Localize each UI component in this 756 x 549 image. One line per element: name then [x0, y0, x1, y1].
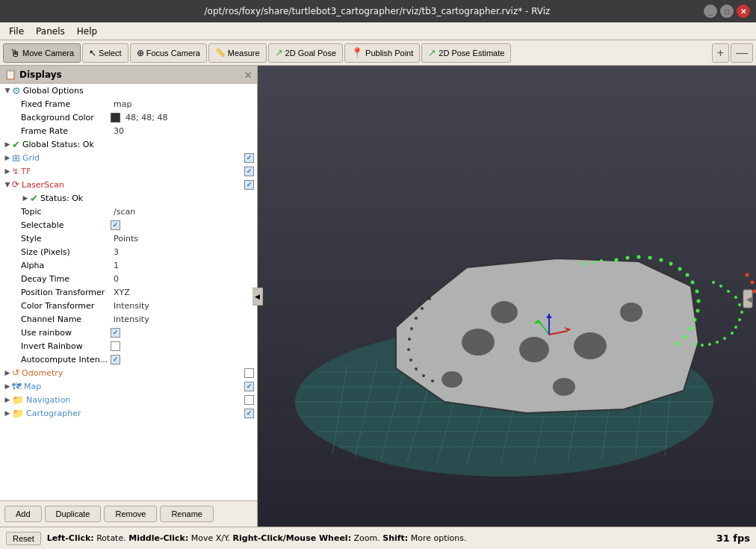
svg-point-57 [734, 326, 737, 329]
invert-rainbow-item: Invert Rainbow [0, 339, 257, 353]
position-transformer-item: Position Transformer XYZ [0, 285, 257, 299]
color-transformer-item: Color Transformer Intensity [0, 299, 257, 312]
remove-toolbar-button[interactable]: — [731, 43, 753, 63]
map-item[interactable]: ▶ 🗺 Map [0, 379, 257, 393]
expand-arrow-odom[interactable]: ▶ [3, 368, 12, 377]
menu-help[interactable]: Help [71, 25, 103, 38]
menu-file[interactable]: File [3, 25, 30, 38]
svg-point-41 [686, 273, 690, 277]
svg-point-40 [678, 267, 682, 271]
svg-point-26 [553, 378, 575, 396]
add-button[interactable]: Add [4, 506, 42, 522]
expand-arrow-laser[interactable]: ▼ [3, 180, 12, 189]
minimize-button[interactable]: _ [704, 4, 717, 18]
use-rainbow-checkbox[interactable] [111, 328, 120, 338]
svg-point-60 [716, 341, 719, 344]
goal-pose-button[interactable]: ↗ 2D Goal Pose [268, 43, 343, 63]
map-checkbox[interactable] [244, 382, 254, 391]
global-options-item[interactable]: ▼ ⚙ Global Options [0, 84, 257, 97]
displays-panel-title: Displays [19, 69, 62, 80]
add-toolbar-button[interactable]: + [712, 43, 729, 63]
move-camera-icon: 🖱 [10, 47, 20, 59]
fixed-frame-item: Fixed Frame map [0, 97, 257, 111]
alpha-item: Alpha 1 [0, 258, 257, 272]
svg-point-62 [701, 344, 704, 347]
middle-click-label: Middle-Click: [128, 533, 188, 543]
svg-point-72 [421, 307, 424, 310]
svg-point-74 [410, 327, 413, 330]
measure-button[interactable]: 📏 Measure [208, 43, 267, 63]
svg-point-65 [591, 261, 594, 264]
publish-point-button[interactable]: 📍 Publish Point [344, 43, 420, 63]
pose-estimate-button[interactable]: ↗ 2D Pose Estimate [421, 43, 511, 63]
reset-button[interactable]: Reset [6, 532, 41, 545]
grid-icon: ⊞ [12, 152, 20, 164]
select-button[interactable]: ↖ Select [82, 43, 128, 63]
navigation-item[interactable]: ▶ 📁 Navigation [0, 393, 257, 406]
duplicate-button[interactable]: Duplicate [45, 506, 102, 522]
invert-rainbow-checkbox[interactable] [111, 341, 120, 351]
focus-camera-label: Focus Camera [146, 49, 200, 58]
svg-point-50 [712, 281, 715, 284]
menu-panels[interactable]: Panels [30, 25, 71, 38]
statusbar: Reset Left-Click: Rotate. Middle-Click: … [0, 527, 756, 549]
grid-item[interactable]: ▶ ⊞ Grid [0, 151, 257, 164]
laserscan-checkbox[interactable] [244, 180, 254, 190]
measure-icon: 📏 [215, 48, 226, 58]
svg-point-47 [690, 327, 693, 331]
svg-point-43 [695, 290, 699, 294]
global-status-item[interactable]: ▶ ✔ Global Status: Ok [0, 137, 257, 151]
background-color-item: Background Color 48; 48; 48 [0, 111, 257, 124]
cartographer-checkbox[interactable] [244, 409, 254, 418]
close-button[interactable]: ✕ [737, 4, 750, 18]
size-pixels-item: Size (Pixels) 3 [0, 245, 257, 258]
selectable-checkbox[interactable] [111, 220, 120, 230]
expand-arrow[interactable]: ▼ [3, 86, 12, 95]
expand-arrow-tf[interactable]: ▶ [3, 167, 12, 176]
move-camera-label: Move Camera [22, 49, 74, 58]
map-icon: 🗺 [12, 381, 22, 392]
expand-arrow-map[interactable]: ▶ [3, 382, 12, 391]
laser-icon: ⟳ [12, 179, 19, 190]
displays-close-button[interactable]: × [244, 69, 252, 81]
expand-arrow-ls-status[interactable]: ▶ [21, 193, 30, 202]
pose-estimate-label: 2D Pose Estimate [439, 49, 504, 58]
grid-checkbox[interactable] [244, 153, 254, 163]
viewport[interactable]: ◀ [258, 66, 756, 527]
maximize-button[interactable]: □ [720, 4, 734, 18]
expand-arrow-status[interactable]: ▶ [3, 140, 12, 149]
svg-point-73 [415, 317, 418, 320]
displays-header: 📋 Displays × [0, 66, 257, 84]
panel-collapse-handle[interactable]: ◀ [252, 288, 263, 305]
svg-point-44 [697, 300, 701, 303]
expand-arrow-nav[interactable]: ▶ [3, 395, 12, 404]
autocompute-checkbox[interactable] [111, 355, 120, 365]
globe-icon: ⚙ [12, 85, 21, 96]
odometry-checkbox[interactable] [244, 368, 254, 378]
tf-icon: ↯ [12, 167, 19, 176]
menubar: File Panels Help [0, 22, 756, 40]
svg-point-34 [615, 258, 619, 262]
expand-arrow-grid[interactable]: ▶ [3, 153, 12, 162]
cartographer-item[interactable]: ▶ 📁 Cartographer [0, 406, 257, 420]
laserscan-item[interactable]: ▼ ⟳ LaserScan [0, 178, 257, 191]
tf-checkbox[interactable] [244, 167, 254, 176]
focus-camera-button[interactable]: ⊕ Focus Camera [130, 43, 207, 63]
svg-point-22 [519, 337, 549, 362]
svg-point-64 [600, 259, 603, 262]
nav-icon: 📁 [12, 394, 24, 406]
tf-item[interactable]: ▶ ↯ TF [0, 164, 257, 178]
goal-pose-label: 2D Goal Pose [285, 49, 336, 58]
svg-point-58 [731, 332, 734, 335]
rename-button[interactable]: Rename [160, 506, 214, 522]
remove-button[interactable]: Remove [104, 506, 157, 522]
select-icon: ↖ [89, 48, 96, 58]
move-camera-button[interactable]: 🖱 Move Camera [3, 43, 81, 63]
navigation-checkbox[interactable] [244, 395, 254, 405]
svg-point-75 [408, 338, 411, 341]
svg-point-79 [422, 374, 425, 377]
odometry-item[interactable]: ▶ ↺ Odometry [0, 366, 257, 379]
tree-container[interactable]: ▼ ⚙ Global Options Fixed Frame map Backg… [0, 84, 257, 500]
status-ok-icon: ✔ [12, 139, 20, 150]
expand-arrow-cart[interactable]: ▶ [3, 409, 12, 418]
